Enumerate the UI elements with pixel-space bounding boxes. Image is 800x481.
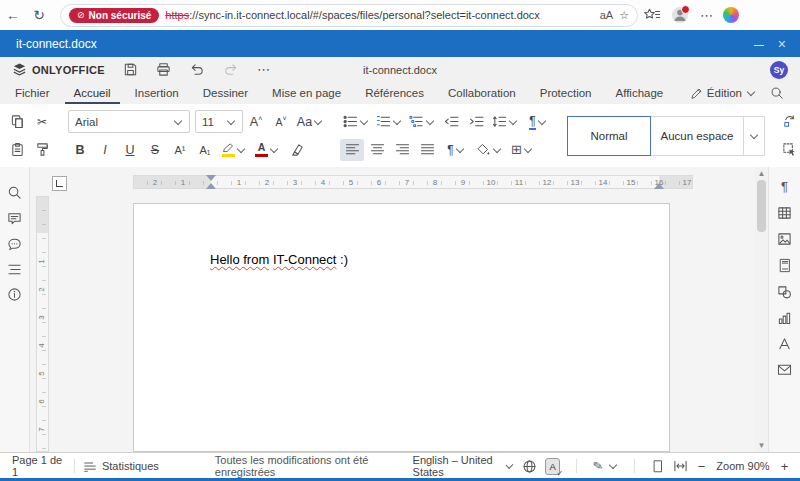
chart-settings-icon[interactable] [777,311,792,325]
user-avatar[interactable]: Sy [770,61,788,79]
favorites-bar-icon[interactable] [644,7,660,23]
save-button[interactable] [123,62,138,77]
tab-mise-en-page[interactable]: Mise en page [263,87,350,104]
vertical-scrollbar[interactable]: ▲ ▼ [755,167,768,452]
print-button[interactable] [156,62,171,77]
mail-merge-icon[interactable] [777,363,792,376]
favorite-star-icon[interactable]: ☆ [619,9,629,22]
align-right-button[interactable] [390,139,414,161]
cut-icon[interactable]: ✂ [30,111,54,133]
zoom-out-button[interactable]: − [696,459,707,474]
select-all-button[interactable] [777,139,800,161]
document-page[interactable]: Hello from IT-Connect :) [133,203,670,452]
paragraph-settings-icon[interactable]: ¶ [781,179,788,194]
spell-check-toggle[interactable]: A ✓ [545,458,560,475]
redo-button[interactable] [223,62,239,77]
tab-insertion[interactable]: Insertion [126,87,188,104]
document-text-line[interactable]: Hello from IT-Connect :) [210,252,348,267]
paragraph-direction-button[interactable]: ¶ [522,111,554,133]
increase-font-button[interactable]: A˄ [244,111,268,133]
statistics-button[interactable]: Statistiques [83,460,159,473]
right-indent-marker[interactable] [654,183,664,189]
change-case-button[interactable]: Aa [294,111,326,133]
italic-button[interactable]: I [93,139,117,161]
chat-icon[interactable] [7,237,22,252]
language-selector[interactable]: English – United States [413,454,514,478]
fit-page-button[interactable] [651,459,665,474]
underline-button[interactable]: U [118,139,142,161]
page-indicator[interactable]: Page 1 de 1 [12,454,66,478]
style-normal[interactable]: Normal [567,116,651,156]
profile-avatar[interactable] [672,7,688,23]
bullets-button[interactable] [340,111,372,133]
tab-collaboration[interactable]: Collaboration [439,87,525,104]
search-icon[interactable] [770,86,784,100]
scroll-up-icon[interactable]: ▲ [755,169,768,178]
copilot-icon[interactable] [723,7,739,23]
first-line-indent-marker[interactable] [206,175,216,181]
comments-icon[interactable] [7,211,22,226]
tab-protection[interactable]: Protection [531,87,601,104]
font-color-button[interactable]: A [251,139,283,161]
header-footer-settings-icon[interactable] [778,258,792,273]
styles-expand-button[interactable] [744,116,765,156]
back-icon[interactable]: ← [0,7,26,23]
tab-references[interactable]: Références [356,87,433,104]
clear-style-button[interactable] [284,139,308,161]
table-settings-icon[interactable] [777,206,792,220]
tab-affichage[interactable]: Affichage [607,87,673,104]
tab-stop-selector[interactable] [52,176,67,191]
superscript-button[interactable]: A¹ [168,139,192,161]
zoom-in-button[interactable]: + [779,459,790,474]
left-indent-marker[interactable] [206,183,216,189]
browser-menu-icon[interactable]: ⋯ [700,8,713,23]
find-icon[interactable] [7,185,22,200]
text-art-settings-icon[interactable] [777,337,792,351]
document-language-icon[interactable] [522,459,537,474]
copy-button[interactable] [5,111,29,133]
tab-dessiner[interactable]: Dessiner [194,87,257,104]
style-aucun-espace[interactable]: Aucun espace [651,116,744,156]
increase-indent-button[interactable] [464,111,488,133]
align-left-button[interactable] [340,139,364,161]
format-painter-button[interactable] [30,139,54,161]
close-icon[interactable]: × [778,36,786,52]
minimize-icon[interactable] [754,45,764,46]
edit-mode-button[interactable]: Édition [690,87,756,100]
header-more-icon[interactable]: ⋯ [257,62,270,77]
ink-tool-button[interactable]: ✎ [593,459,618,473]
borders-button[interactable]: ⊞ [506,139,538,161]
translate-icon[interactable]: aA [600,9,613,21]
undo-button[interactable] [189,62,205,77]
paste-button[interactable] [5,139,29,161]
font-size-select[interactable]: 11 [195,110,243,133]
numbering-button[interactable] [373,111,405,133]
decrease-font-button[interactable]: A˅ [269,111,293,133]
justify-button[interactable] [415,139,439,161]
multilevel-list-button[interactable] [406,111,438,133]
subscript-button[interactable]: A₁ [193,139,217,161]
h-ruler[interactable]: 211234567891011121314151617 [133,175,693,189]
scroll-down-icon[interactable]: ▼ [755,441,768,450]
about-icon[interactable] [7,287,22,302]
nonprinting-characters-button[interactable]: ¶ [440,139,472,161]
strikethrough-button[interactable]: S [143,139,167,161]
replace-button[interactable] [777,111,800,133]
tab-accueil[interactable]: Accueil [65,87,120,104]
fit-width-button[interactable] [673,459,688,473]
scrollbar-thumb[interactable] [757,180,766,232]
shape-settings-icon[interactable] [777,285,792,299]
refresh-icon[interactable]: ↻ [26,7,52,23]
bold-button[interactable]: B [68,139,92,161]
shading-button[interactable] [473,139,505,161]
address-bar[interactable]: ⊘ Non sécurisé https://sync-in.it-connec… [60,4,638,27]
tab-fichier[interactable]: Fichier [6,87,59,104]
align-center-button[interactable] [365,139,389,161]
navigation-icon[interactable] [7,263,22,276]
font-name-select[interactable]: Arial [68,110,190,133]
security-badge[interactable]: ⊘ Non sécurisé [69,8,159,23]
v-ruler[interactable]: 1234567 [36,196,49,452]
decrease-indent-button[interactable] [439,111,463,133]
line-spacing-button[interactable] [489,111,521,133]
highlight-color-button[interactable] [218,139,250,161]
